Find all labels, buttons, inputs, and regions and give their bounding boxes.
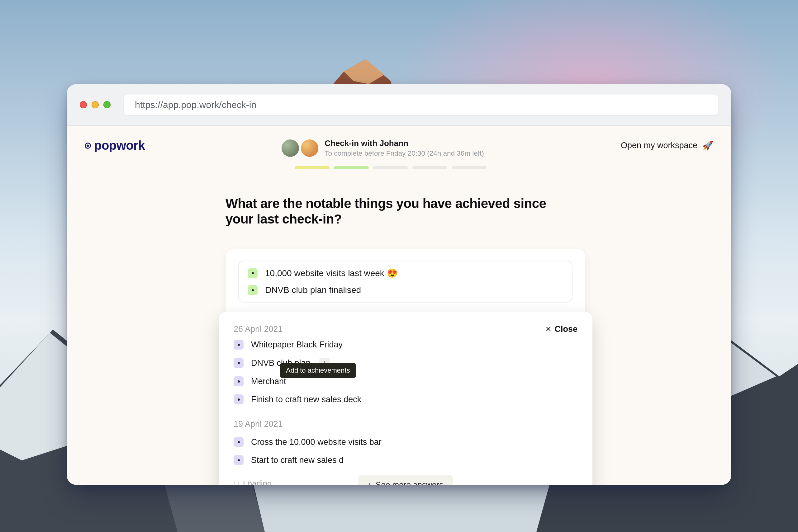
progress-segment <box>295 166 330 169</box>
progress-segment <box>334 166 369 169</box>
history-group: 19 April 2021 Cross the 10,000 website v… <box>234 419 577 465</box>
url-bar[interactable]: https://app.pop.work/check-in <box>124 94 718 115</box>
progress-indicator <box>295 166 486 169</box>
question-heading: What are the notable things you have ach… <box>225 196 565 227</box>
history-date: 26 April 2021 <box>234 324 283 334</box>
logo-text: popwork <box>94 138 145 153</box>
tooltip-text: Add to achievements <box>286 366 350 374</box>
close-icon: ✕ <box>545 326 551 333</box>
traffic-lights <box>80 101 111 108</box>
open-workspace-link[interactable]: Open my workspace 🚀 <box>621 138 713 151</box>
browser-window: https://app.pop.work/check-in popwork <box>67 84 731 485</box>
checkin-deadline: To complete before Friday 20:30 (24h and… <box>324 149 484 157</box>
history-item-text: Merchant <box>251 377 286 386</box>
history-date: 19 April 2021 <box>234 419 577 429</box>
bullet-icon <box>248 285 258 295</box>
answer-text: DNVB club plan finalised <box>265 285 361 295</box>
history-item[interactable]: Start to craft new sales d <box>234 455 577 465</box>
window-maximize-button[interactable] <box>104 101 111 108</box>
bullet-icon <box>234 358 244 368</box>
app-header: popwork Check-in with Johann To complete… <box>67 126 731 169</box>
header-checkin-info: Check-in with Johann To complete before … <box>157 138 608 169</box>
history-item-text: Finish to craft new sales deck <box>251 395 361 404</box>
progress-segment <box>412 166 447 169</box>
avatar <box>282 139 299 157</box>
history-item-text: Start to craft new sales d <box>251 455 344 465</box>
progress-segment <box>373 166 408 169</box>
window-close-button[interactable] <box>80 101 87 108</box>
see-more-label: See more answers <box>376 480 443 485</box>
window-minimize-button[interactable] <box>92 101 99 108</box>
bullet-icon <box>234 376 244 386</box>
avatar <box>301 139 318 157</box>
rocket-icon: 🚀 <box>702 140 713 151</box>
app-content: popwork Check-in with Johann To complete… <box>67 126 731 485</box>
history-item-text: Cross the 10,000 website visits bar <box>251 437 382 447</box>
tooltip: Add to achievements <box>280 363 356 378</box>
bullet-icon <box>234 455 244 465</box>
logo-mark-icon <box>85 142 91 149</box>
open-workspace-label: Open my workspace <box>621 141 698 150</box>
answer-text: 10,000 website visits last week 😍 <box>265 268 398 278</box>
close-button[interactable]: ✕ Close <box>545 324 577 334</box>
bullet-icon <box>248 268 258 278</box>
participant-avatars <box>282 139 318 157</box>
bullet-icon <box>234 437 244 447</box>
url-text: https://app.pop.work/check-in <box>135 100 256 110</box>
bullet-icon <box>234 340 244 349</box>
history-item-text: Whitepaper Black Friday <box>251 340 342 349</box>
arrow-down-icon: ↓ <box>368 481 371 485</box>
loading-text: Loading... <box>243 479 278 485</box>
answer-item: DNVB club plan finalised <box>248 285 563 295</box>
history-item[interactable]: Cross the 10,000 website visits bar <box>234 437 577 447</box>
close-label: Close <box>554 324 577 334</box>
history-item[interactable]: Whitepaper Black Friday <box>234 340 577 349</box>
checkin-title: Check-in with Johann <box>324 138 484 148</box>
history-item[interactable]: Finish to craft new sales deck <box>234 394 577 404</box>
desktop-wallpaper: https://app.pop.work/check-in popwork <box>0 0 798 532</box>
progress-segment <box>452 166 486 169</box>
see-more-answers-button[interactable]: ↓ See more answers <box>358 475 453 485</box>
spinner-icon <box>234 481 239 485</box>
browser-titlebar: https://app.pop.work/check-in <box>67 84 731 126</box>
answer-item: 10,000 website visits last week 😍 <box>248 268 563 278</box>
app-logo[interactable]: popwork <box>85 138 145 153</box>
bullet-icon <box>234 394 244 404</box>
answer-history-popup: 26 April 2021 ✕ Close Whitepaper Black F… <box>219 312 592 485</box>
answer-input[interactable]: 10,000 website visits last week 😍 DNVB c… <box>238 261 573 303</box>
